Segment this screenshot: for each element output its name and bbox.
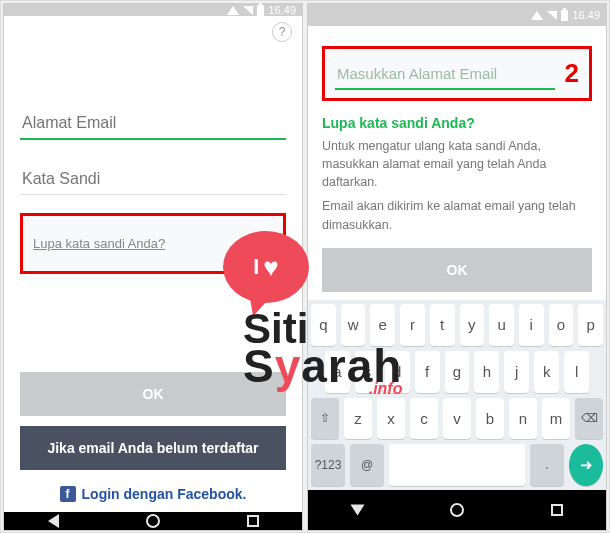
- signal-icon: [243, 6, 253, 15]
- recent-icon[interactable]: [551, 504, 563, 516]
- forgot-body-2: Email akan dikirim ke alamat email yang …: [322, 197, 592, 233]
- key-n[interactable]: n: [509, 398, 537, 440]
- key-j[interactable]: j: [504, 351, 529, 393]
- home-icon[interactable]: [450, 503, 464, 517]
- phone-right: 16.49 2 Lupa kata sandi Anda? Untuk meng…: [307, 3, 607, 531]
- annotation-number: 2: [565, 58, 579, 89]
- key-o[interactable]: o: [549, 304, 574, 346]
- facebook-icon: f: [60, 486, 76, 502]
- android-navbar: [4, 512, 302, 530]
- key-g[interactable]: g: [445, 351, 470, 393]
- status-time: 16.49: [572, 9, 600, 21]
- facebook-label: Login dengan Facebook.: [82, 486, 247, 502]
- key-v[interactable]: v: [443, 398, 471, 440]
- password-input[interactable]: [20, 162, 286, 195]
- status-bar: 16.49: [4, 4, 302, 16]
- email-input[interactable]: [20, 106, 286, 140]
- recent-icon[interactable]: [247, 515, 259, 527]
- status-bar: 16.49: [308, 4, 606, 26]
- key-p[interactable]: p: [578, 304, 603, 346]
- wifi-icon: [227, 6, 239, 15]
- key-l[interactable]: l: [564, 351, 589, 393]
- key-space[interactable]: [389, 444, 525, 486]
- key-.[interactable]: .: [530, 444, 564, 486]
- key-k[interactable]: k: [534, 351, 559, 393]
- annotation-box-2: 2: [322, 46, 592, 101]
- battery-icon: [257, 5, 264, 16]
- key-u[interactable]: u: [489, 304, 514, 346]
- battery-icon: [561, 10, 568, 21]
- key-t[interactable]: t: [430, 304, 455, 346]
- key-y[interactable]: y: [460, 304, 485, 346]
- key-@[interactable]: @: [350, 444, 384, 486]
- heart-icon: ♥: [263, 252, 278, 283]
- watermark-text: Siti Syarah .info: [243, 311, 402, 395]
- forgot-title: Lupa kata sandi Anda?: [322, 115, 592, 131]
- recovery-email-input[interactable]: [335, 57, 555, 90]
- home-icon[interactable]: [146, 514, 160, 528]
- status-time: 16.49: [268, 4, 296, 16]
- key-h[interactable]: h: [474, 351, 499, 393]
- watermark-bubble: I♥: [223, 231, 309, 303]
- signal-icon: [547, 11, 557, 20]
- ok-button[interactable]: OK: [322, 248, 592, 292]
- key-m[interactable]: m: [542, 398, 570, 440]
- register-button[interactable]: Jika email Anda belum terdaftar: [20, 426, 286, 470]
- back-icon[interactable]: [350, 505, 364, 516]
- forgot-password-screen: 2 Lupa kata sandi Anda? Untuk mengatur u…: [308, 26, 606, 300]
- key-⌫[interactable]: ⌫: [575, 398, 603, 440]
- wifi-icon: [531, 11, 543, 20]
- key-x[interactable]: x: [377, 398, 405, 440]
- forgot-body-1: Untuk mengatur ulang kata sandi Anda, ma…: [322, 137, 592, 191]
- android-navbar: [308, 490, 606, 530]
- key-?123[interactable]: ?123: [311, 444, 345, 486]
- key-i[interactable]: i: [519, 304, 544, 346]
- key-b[interactable]: b: [476, 398, 504, 440]
- key-c[interactable]: c: [410, 398, 438, 440]
- facebook-login-link[interactable]: f Login dengan Facebook.: [20, 486, 286, 502]
- help-icon[interactable]: ?: [272, 22, 292, 42]
- forgot-password-link[interactable]: Lupa kata sandi Anda?: [33, 236, 165, 251]
- key-f[interactable]: f: [415, 351, 440, 393]
- key-z[interactable]: z: [344, 398, 372, 440]
- key-➜[interactable]: ➜: [569, 444, 603, 486]
- key-r[interactable]: r: [400, 304, 425, 346]
- back-icon[interactable]: [48, 514, 59, 528]
- key-⇧[interactable]: ⇧: [311, 398, 339, 440]
